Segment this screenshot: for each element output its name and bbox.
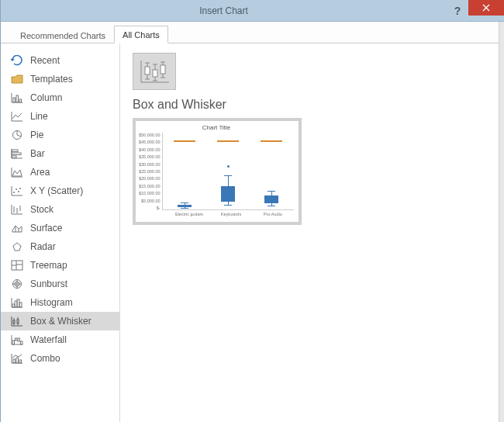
svg-rect-67: [145, 67, 150, 74]
sidebar-item-label: Pie: [30, 130, 43, 140]
tab-recommended[interactable]: Recommended Charts: [12, 26, 114, 43]
svg-rect-63: [19, 360, 22, 363]
subtype-boxwhisker[interactable]: [133, 53, 176, 90]
svg-rect-4: [13, 98, 16, 102]
sidebar-item-label: Line: [30, 111, 48, 122]
insert-chart-dialog: Insert Chart ? Recommended Charts All Ch…: [0, 0, 504, 422]
sidebar-item-label: Surface: [30, 223, 62, 233]
preview-chart-title: Chart Title: [139, 124, 294, 131]
sidebar-item-scatter[interactable]: X Y (Scatter): [1, 182, 119, 200]
titlebar: Insert Chart ?: [1, 0, 504, 22]
column-icon: [10, 92, 24, 104]
svg-marker-30: [13, 243, 21, 251]
sidebar-item-label: Combo: [30, 353, 60, 364]
sidebar-item-label: Sunburst: [30, 278, 67, 289]
templates-icon: [10, 73, 24, 85]
svg-rect-56: [16, 338, 18, 341]
plot-area: [162, 133, 294, 210]
svg-point-22: [19, 188, 21, 189]
svg-rect-5: [16, 95, 19, 102]
combo-icon: [10, 352, 24, 365]
sidebar-item-label: Templates: [30, 74, 73, 85]
subtype-row: [133, 53, 492, 90]
sidebar-item-label: Column: [30, 92, 62, 103]
sidebar-item-label: Box & Whisker: [30, 316, 91, 327]
sidebar-item-label: Recent: [30, 55, 60, 66]
sidebar-item-sunburst[interactable]: Sunburst: [1, 275, 119, 293]
surface-icon: [10, 222, 24, 234]
sidebar-item-label: Bar: [30, 148, 45, 159]
bar-icon: [10, 147, 24, 160]
sidebar-item-label: Waterfall: [30, 334, 67, 345]
svg-point-19: [13, 192, 15, 193]
svg-rect-57: [18, 338, 20, 341]
dialog-body: Recent Templates Column Line Pie Bar: [1, 43, 504, 422]
close-button[interactable]: [468, 0, 504, 16]
svg-point-21: [18, 191, 19, 192]
sidebar-item-waterfall[interactable]: Waterfall: [1, 330, 119, 349]
boxwhisker-icon: [10, 315, 24, 327]
histogram-icon: [10, 296, 24, 309]
svg-rect-50: [17, 320, 19, 323]
sidebar-item-treemap[interactable]: Treemap: [1, 256, 119, 275]
svg-rect-47: [13, 320, 15, 323]
svg-point-20: [16, 189, 17, 190]
waterfall-icon: [10, 334, 24, 346]
sidebar-item-histogram[interactable]: Histogram: [1, 293, 119, 312]
treemap-icon: [10, 259, 24, 272]
sidebar-item-line[interactable]: Line: [1, 107, 119, 126]
main-panel: Box and Whisker Chart Title $50,000.00 $…: [120, 43, 504, 422]
svg-rect-14: [12, 156, 16, 158]
tab-all-charts[interactable]: All Charts: [114, 26, 168, 43]
sidebar-item-recent[interactable]: Recent: [1, 51, 119, 70]
sidebar-item-label: Radar: [30, 241, 56, 252]
svg-rect-55: [12, 341, 15, 344]
sidebar-item-radar[interactable]: Radar: [1, 237, 119, 256]
area-icon: [10, 166, 24, 178]
svg-rect-12: [12, 150, 18, 152]
pie-icon: [10, 129, 24, 141]
radar-icon: [10, 240, 24, 253]
recent-icon: [10, 54, 24, 67]
sidebar-item-label: Stock: [30, 204, 54, 215]
sidebar-item-area[interactable]: Area: [1, 163, 119, 182]
sidebar-item-column[interactable]: Column: [1, 88, 119, 107]
chart-type-title: Box and Whisker: [133, 98, 492, 112]
svg-rect-6: [19, 99, 22, 102]
help-button[interactable]: ?: [447, 0, 468, 21]
sidebar-item-templates[interactable]: Templates: [1, 70, 119, 88]
sidebar-item-label: X Y (Scatter): [30, 185, 83, 196]
sidebar-item-label: Area: [30, 167, 50, 178]
stock-icon: [10, 203, 24, 216]
scatter-icon: [10, 185, 24, 197]
sidebar-item-label: Treemap: [30, 260, 67, 271]
sidebar-item-boxwhisker[interactable]: Box & Whisker: [1, 312, 119, 330]
x-axis-labels: Electric guitars Keyboards Pro Audio: [168, 212, 294, 216]
svg-rect-75: [161, 65, 165, 74]
line-icon: [10, 110, 24, 123]
titlebar-controls: ?: [447, 0, 504, 21]
sidebar-item-stock[interactable]: Stock: [1, 200, 119, 219]
svg-rect-13: [12, 153, 21, 155]
sunburst-icon: [10, 278, 24, 290]
y-axis-labels: $50,000.00 $45,000.00 $40,000.00 $35,000…: [139, 133, 162, 210]
svg-rect-71: [153, 70, 157, 77]
svg-rect-44: [19, 303, 22, 307]
sidebar-item-surface[interactable]: Surface: [1, 219, 119, 237]
tabs: Recommended Charts All Charts: [1, 22, 504, 43]
svg-rect-62: [16, 358, 19, 363]
window-title: Insert Chart: [1, 5, 447, 16]
svg-rect-61: [13, 359, 16, 363]
sidebar-item-label: Histogram: [30, 297, 73, 308]
chart-preview[interactable]: Chart Title $50,000.00 $45,000.00 $40,00…: [133, 118, 302, 225]
sidebar-item-bar[interactable]: Bar: [1, 144, 119, 163]
svg-rect-58: [21, 341, 23, 344]
sidebar-item-combo[interactable]: Combo: [1, 349, 119, 368]
chart-type-sidebar: Recent Templates Column Line Pie Bar: [1, 43, 120, 422]
sidebar-item-pie[interactable]: Pie: [1, 126, 119, 144]
right-scroll-edge: [499, 22, 504, 422]
